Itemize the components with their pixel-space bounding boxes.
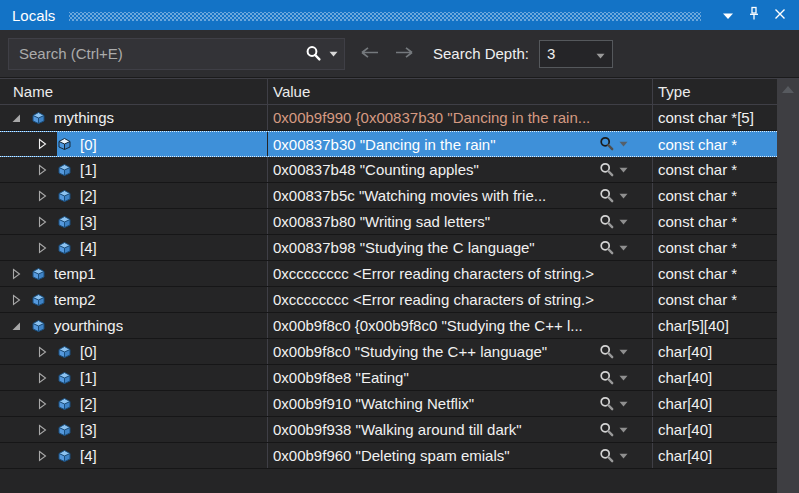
visualizer-dropdown-icon[interactable] [619, 375, 628, 381]
variable-value[interactable]: 0x00b9f910 "Watching Netflix" [273, 395, 520, 412]
tool-window-titlebar[interactable]: Locals [0, 0, 799, 30]
column-header-value[interactable]: Value [268, 79, 653, 104]
variable-value[interactable]: 0xcccccccc <Error reading characters of … [273, 291, 594, 308]
variable-value[interactable]: 0x00837b80 "Writing sad letters" [273, 213, 536, 230]
text-visualizer-icon[interactable] [599, 370, 615, 386]
value-cell[interactable]: 0x00b9f910 "Watching Netflix" [268, 391, 653, 416]
expander-collapsed-icon[interactable] [8, 266, 24, 282]
search-icon[interactable] [305, 45, 322, 62]
table-row[interactable]: temp10xcccccccc <Error reading character… [0, 261, 777, 287]
pin-button[interactable] [741, 3, 767, 27]
variable-type: char[5][40] [658, 317, 729, 334]
text-visualizer-icon[interactable] [599, 240, 615, 256]
visualizer-dropdown-icon[interactable] [619, 453, 628, 459]
value-cell[interactable]: 0x00b9f8c0 "Studying the C++ language" [268, 339, 653, 364]
table-row[interactable]: [2]0x00b9f910 "Watching Netflix"char[40] [0, 391, 777, 417]
text-visualizer-icon[interactable] [599, 214, 615, 230]
visualizer-dropdown-icon[interactable] [619, 349, 628, 355]
expander-collapsed-icon[interactable] [34, 396, 50, 412]
search-depth-select[interactable]: 3 [539, 40, 613, 68]
value-cell[interactable]: 0xcccccccc <Error reading characters of … [268, 287, 653, 312]
expander-collapsed-icon[interactable] [34, 240, 50, 256]
table-row[interactable]: temp20xcccccccc <Error reading character… [0, 287, 777, 313]
close-button[interactable] [767, 3, 793, 27]
value-cell[interactable]: 0x00837b30 "Dancing in the rain" [268, 132, 653, 156]
table-row[interactable]: [1]0x00b9f8e8 "Eating"char[40] [0, 365, 777, 391]
indent-spacer [0, 325, 8, 326]
variable-value[interactable]: 0x00837b5c "Watching movies with frie... [273, 187, 592, 204]
table-row[interactable]: [0]0x00837b30 "Dancing in the rain"const… [0, 131, 777, 157]
value-cell[interactable]: 0x00b9f8e8 "Eating" [268, 365, 653, 390]
variable-value[interactable]: 0x00b9f938 "Walking around till dark" [273, 421, 568, 438]
value-cell[interactable]: 0x00b9f8c0 {0x00b9f8c0 "Studying the C++… [268, 313, 653, 338]
text-visualizer-icon[interactable] [599, 344, 615, 360]
expander-collapsed-icon[interactable] [8, 292, 24, 308]
text-visualizer-icon[interactable] [599, 422, 615, 438]
expander-collapsed-icon[interactable] [34, 370, 50, 386]
variable-value[interactable]: 0x00b9f8c0 {0x00b9f8c0 "Studying the C++… [273, 317, 583, 334]
variable-value[interactable]: 0xcccccccc <Error reading characters of … [273, 265, 594, 282]
visualizer-dropdown-icon[interactable] [619, 167, 628, 173]
locals-tool-window: Locals [0, 0, 799, 493]
variable-value[interactable]: 0x00837b30 "Dancing in the rain" [273, 136, 541, 153]
search-input[interactable] [19, 45, 299, 62]
value-cell[interactable]: 0x00b9f990 {0x00837b30 "Dancing in the r… [268, 105, 653, 130]
table-row[interactable]: [4]0x00837b98 "Studying the C language"c… [0, 235, 777, 261]
table-row[interactable]: [0]0x00b9f8c0 "Studying the C++ language… [0, 339, 777, 365]
visualizer-dropdown-icon[interactable] [619, 193, 628, 199]
search-next-button[interactable] [389, 39, 419, 69]
expander-collapsed-icon[interactable] [34, 344, 50, 360]
expander-collapsed-icon[interactable] [34, 448, 50, 464]
variable-value[interactable]: 0x00b9f960 "Deleting spam emials" [273, 447, 556, 464]
expander-collapsed-icon[interactable] [34, 188, 50, 204]
variable-cube-icon [56, 240, 72, 256]
text-visualizer-icon[interactable] [599, 448, 615, 464]
variable-cube-icon [30, 292, 46, 308]
table-row[interactable]: [2]0x00837b5c "Watching movies with frie… [0, 183, 777, 209]
table-row[interactable]: [4]0x00b9f960 "Deleting spam emials"char… [0, 443, 777, 469]
search-box[interactable] [8, 38, 345, 70]
visualizer-dropdown-icon[interactable] [619, 245, 628, 251]
variable-value[interactable]: 0x00837b48 "Counting apples" [273, 161, 525, 178]
table-row[interactable]: yourthings0x00b9f8c0 {0x00b9f8c0 "Studyi… [0, 313, 777, 339]
variable-value[interactable]: 0x00b9f8e8 "Eating" [273, 369, 455, 386]
value-cell[interactable]: 0x00837b48 "Counting apples" [268, 157, 653, 182]
table-row[interactable]: mythings0x00b9f990 {0x00837b30 "Dancing … [0, 105, 777, 131]
window-position-button[interactable] [715, 3, 741, 27]
drag-grip[interactable] [69, 12, 701, 21]
expander-expanded-icon[interactable] [8, 110, 24, 126]
text-visualizer-icon[interactable] [599, 162, 615, 178]
variable-value[interactable]: 0x00b9f990 {0x00837b30 "Dancing in the r… [273, 109, 590, 126]
value-cell[interactable]: 0x00b9f960 "Deleting spam emials" [268, 443, 653, 468]
column-header-name[interactable]: Name [0, 79, 268, 104]
search-options-dropdown-icon[interactable] [329, 51, 338, 57]
table-row[interactable]: [3]0x00837b80 "Writing sad letters"const… [0, 209, 777, 235]
vertical-scrollbar[interactable] [777, 79, 799, 493]
expander-collapsed-icon[interactable] [34, 214, 50, 230]
text-visualizer-icon[interactable] [599, 188, 615, 204]
variable-value[interactable]: 0x00837b98 "Studying the C language" [273, 239, 581, 256]
visualizer-dropdown-icon[interactable] [619, 219, 628, 225]
expander-collapsed-icon[interactable] [34, 422, 50, 438]
table-row[interactable]: [1]0x00837b48 "Counting apples"const cha… [0, 157, 777, 183]
search-previous-button[interactable] [355, 39, 385, 69]
expander-collapsed-icon[interactable] [34, 162, 50, 178]
visualizer-dropdown-icon[interactable] [619, 427, 628, 433]
text-visualizer-icon[interactable] [599, 396, 615, 412]
column-header-type[interactable]: Type [653, 79, 777, 104]
expander-expanded-icon[interactable] [8, 318, 24, 334]
scrollbar-up-icon[interactable] [782, 86, 794, 93]
variable-type: const char * [658, 265, 737, 282]
value-cell[interactable]: 0x00837b5c "Watching movies with frie... [268, 183, 653, 208]
value-cell[interactable]: 0xcccccccc <Error reading characters of … [268, 261, 653, 286]
visualizer-dropdown-icon[interactable] [619, 141, 628, 147]
text-visualizer-icon[interactable] [599, 136, 615, 152]
value-cell[interactable]: 0x00837b98 "Studying the C language" [268, 235, 653, 260]
table-row[interactable]: [3]0x00b9f938 "Walking around till dark"… [0, 417, 777, 443]
variable-value[interactable]: 0x00b9f8c0 "Studying the C++ language" [273, 343, 593, 360]
value-cell[interactable]: 0x00837b80 "Writing sad letters" [268, 209, 653, 234]
variable-type: const char * [658, 187, 737, 204]
visualizer-dropdown-icon[interactable] [619, 401, 628, 407]
expander-collapsed-icon[interactable] [34, 136, 50, 152]
value-cell[interactable]: 0x00b9f938 "Walking around till dark" [268, 417, 653, 442]
